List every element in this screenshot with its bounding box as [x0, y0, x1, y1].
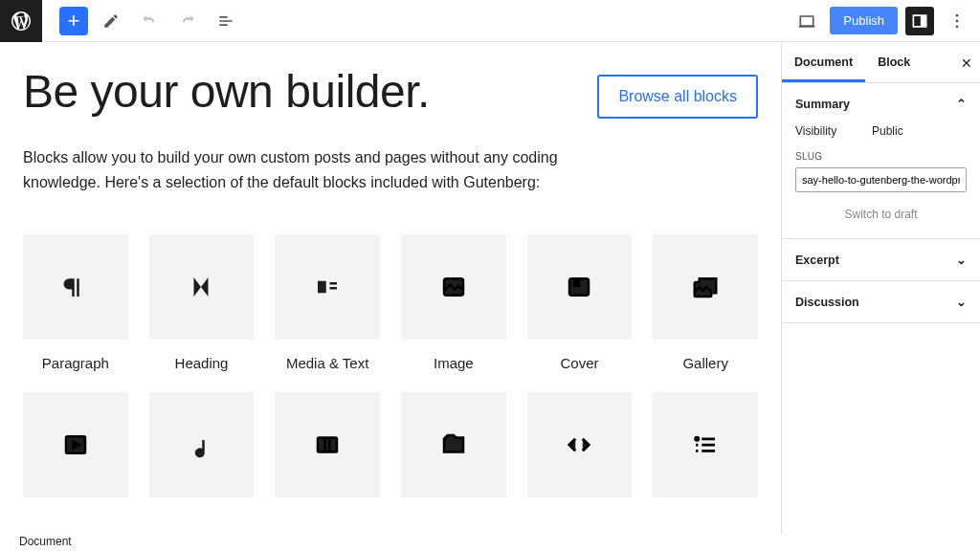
wordpress-logo[interactable] [0, 0, 42, 42]
block-cover[interactable]: Cover [527, 234, 633, 371]
block-label: Image [434, 355, 474, 371]
panel-title: Summary [795, 98, 850, 111]
block-video[interactable] [23, 392, 128, 497]
block-heading[interactable]: Heading [149, 234, 255, 371]
block-list[interactable] [653, 392, 758, 497]
sidebar-tabs: Document Block ✕ [782, 42, 980, 83]
media-text-icon [275, 234, 380, 340]
block-image[interactable]: Image [401, 234, 506, 371]
video-icon [23, 392, 128, 497]
toolbar-right: Publish [791, 6, 980, 36]
panel-summary-header[interactable]: Summary ⌃ [795, 97, 967, 111]
block-label: Paragraph [42, 355, 109, 371]
svg-point-9 [696, 437, 699, 440]
redo-icon[interactable] [172, 6, 203, 36]
svg-rect-5 [574, 278, 579, 286]
code-icon [527, 392, 633, 497]
sidebar-toggle-icon[interactable] [905, 7, 934, 35]
block-audio[interactable] [149, 392, 255, 497]
panel-excerpt[interactable]: Excerpt ⌄ [782, 239, 980, 281]
panel-title: Excerpt [795, 253, 839, 267]
close-sidebar-icon[interactable]: ✕ [961, 55, 972, 71]
switch-to-draft-link[interactable]: Switch to draft [795, 208, 967, 221]
visibility-label: Visibility [795, 124, 843, 138]
tab-block[interactable]: Block [865, 42, 923, 82]
document-overview-icon[interactable] [211, 6, 241, 36]
file-icon [401, 392, 506, 497]
block-media-text[interactable]: Media & Text [275, 234, 380, 371]
visibility-value: Public [872, 124, 903, 138]
block-code[interactable] [527, 392, 633, 497]
heading-icon [149, 234, 255, 340]
publish-button[interactable]: Publish [830, 7, 898, 34]
block-columns[interactable] [275, 392, 380, 497]
block-gallery[interactable]: Gallery [653, 234, 758, 371]
editor-canvas: Be your own builder. Browse all blocks B… [0, 42, 781, 534]
options-icon[interactable] [942, 6, 972, 36]
chevron-down-icon: ⌄ [956, 253, 967, 267]
main-area: Be your own builder. Browse all blocks B… [0, 42, 980, 534]
svg-point-2 [956, 25, 959, 28]
block-label: Heading [175, 355, 229, 371]
list-icon [653, 392, 758, 497]
toolbar-left: + [0, 0, 241, 42]
block-file[interactable] [401, 392, 506, 497]
summary-fields: Visibility Public SLUG Switch to draft [795, 124, 967, 221]
audio-icon [149, 392, 255, 497]
gallery-icon [653, 234, 758, 340]
view-icon[interactable] [791, 6, 822, 36]
blocks-grid: Paragraph Heading Media & Text Image Cov… [23, 234, 758, 497]
block-label: Gallery [682, 355, 728, 371]
block-label: Media & Text [286, 355, 368, 371]
slug-label: SLUG [795, 151, 967, 162]
tab-document[interactable]: Document [782, 42, 865, 82]
panel-summary: Summary ⌃ Visibility Public SLUG Switch … [782, 83, 980, 239]
panel-title: Discussion [795, 296, 859, 309]
paragraph-icon [23, 234, 128, 340]
browse-all-blocks-button[interactable]: Browse all blocks [597, 75, 758, 119]
add-block-button[interactable]: + [59, 7, 88, 35]
chevron-up-icon: ⌃ [956, 97, 967, 111]
block-paragraph[interactable]: Paragraph [23, 234, 128, 371]
top-toolbar: + Publish [0, 0, 980, 42]
cover-icon [527, 234, 633, 340]
panel-discussion[interactable]: Discussion ⌄ [782, 281, 980, 323]
editor-header: Be your own builder. Browse all blocks [23, 65, 758, 119]
breadcrumb[interactable]: Document [0, 532, 91, 551]
visibility-field[interactable]: Visibility Public [795, 124, 967, 138]
columns-icon [275, 392, 380, 497]
svg-point-1 [956, 19, 959, 22]
settings-sidebar: Document Block ✕ Summary ⌃ Visibility Pu… [781, 42, 980, 534]
block-label: Cover [560, 355, 598, 371]
svg-point-0 [956, 13, 959, 16]
slug-input[interactable] [795, 167, 967, 192]
chevron-down-icon: ⌄ [956, 295, 967, 309]
svg-rect-8 [318, 438, 337, 452]
undo-icon[interactable] [134, 6, 165, 36]
image-icon [401, 234, 506, 340]
page-title[interactable]: Be your own builder. [23, 65, 430, 118]
pencil-icon[interactable] [96, 6, 126, 36]
page-description[interactable]: Blocks allow you to build your own custo… [23, 145, 559, 194]
